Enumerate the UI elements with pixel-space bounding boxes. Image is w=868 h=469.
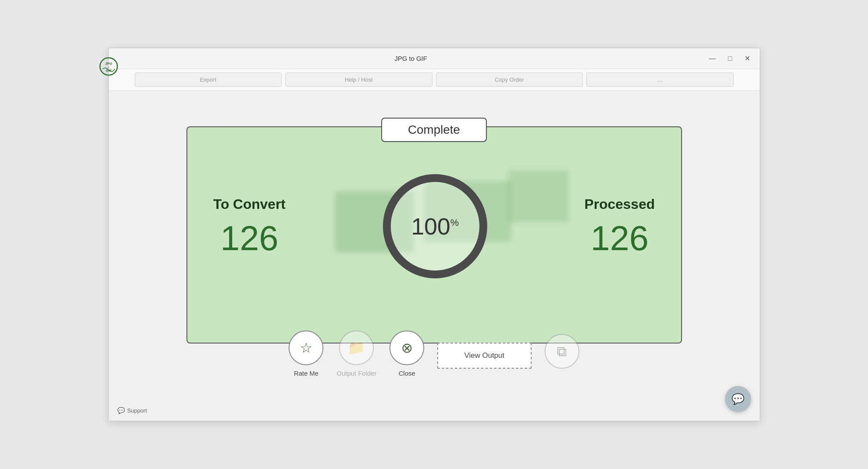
minimize-button[interactable]: — [706,53,718,64]
support-label: Support [127,407,147,414]
svg-text:JPG: JPG [105,62,112,66]
close-circle-icon: ⊗ [401,340,413,356]
copy-button[interactable]: ⧉ [545,334,579,369]
view-output-item: View Output [437,338,531,369]
chat-fab-button[interactable]: 💬 [725,386,751,412]
close-item: ⊗ Close [389,330,424,377]
export-button[interactable]: Export [135,73,282,87]
progress-circle-container: 100% [383,174,487,278]
progress-symbol: % [450,217,459,228]
to-convert-value: 126 [220,221,278,256]
extra-button[interactable]: ... [586,73,734,87]
maximize-button[interactable]: □ [725,53,735,64]
processed-block: Processed 126 [585,196,655,256]
chat-icon: 💬 [732,393,745,405]
rate-me-item: ☆ Rate Me [289,330,323,377]
window-title: JPG to GIF [116,55,706,62]
view-output-button[interactable]: View Output [437,343,531,369]
support-icon: 💬 [117,407,125,414]
star-icon: ☆ [300,340,313,356]
progress-value: 100 [411,213,450,240]
to-convert-block: To Convert 126 [213,196,286,256]
processed-value: 126 [591,221,649,256]
title-bar: JPG • GIF JPG to GIF — □ ✕ [109,48,760,69]
rate-me-button[interactable]: ☆ [289,330,323,365]
green-panel: To Convert 126 100% Processed 126 [186,126,682,343]
rate-me-label: Rate Me [294,370,319,377]
toolbar: Export Help / Host Copy Order ... [109,69,760,91]
output-folder-item: 📁 Output Folder [336,330,376,377]
support-link[interactable]: 💬 Support [117,407,147,414]
output-folder-button[interactable]: 📁 [339,330,374,365]
copy-icon: ⧉ [557,343,567,360]
close-button-action[interactable]: ⊗ [389,330,424,365]
complete-badge: Complete [381,118,487,142]
close-label: Close [399,370,415,377]
to-convert-label: To Convert [213,196,286,212]
progress-text: 100% [411,213,459,240]
close-button[interactable]: ✕ [742,53,753,64]
svg-text:GIF: GIF [106,69,111,73]
main-content: Complete To Convert 126 100% [109,91,760,421]
window-controls: — □ ✕ [706,53,753,64]
processed-label: Processed [585,196,655,212]
app-logo: JPG • GIF [99,57,118,76]
output-folder-label: Output Folder [336,370,376,377]
folder-icon: 📁 [348,340,365,356]
progress-circle: 100% [383,174,487,278]
app-window: JPG • GIF JPG to GIF — □ ✕ Export Help /… [108,48,760,421]
copy-order-button[interactable]: Copy Order [436,73,583,87]
help-button[interactable]: Help / Host [285,73,432,87]
copy-item: ⧉ [545,334,579,373]
